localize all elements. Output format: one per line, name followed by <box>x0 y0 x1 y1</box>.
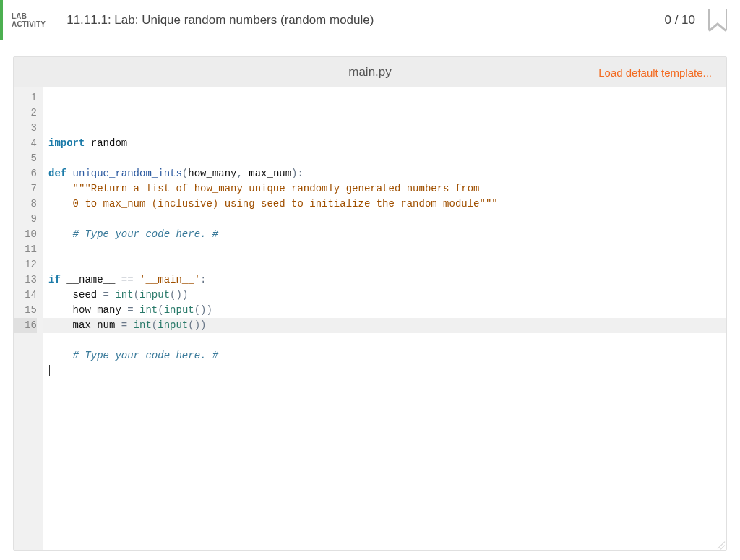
code-line[interactable]: how_many = int(input()) <box>48 303 720 318</box>
line-number: 1 <box>14 90 37 105</box>
line-number: 15 <box>14 303 37 318</box>
score-total: 10 <box>681 13 695 27</box>
lab-activity-badge: LAB ACTIVITY <box>12 12 56 28</box>
code-line[interactable] <box>48 363 720 379</box>
code-line[interactable]: if __name__ == '__main__': <box>48 272 720 288</box>
code-line[interactable]: """Return a list of how_many unique rand… <box>48 181 720 197</box>
editor-frame: main.py Load default template... 1234567… <box>13 56 727 551</box>
line-number: 6 <box>14 166 37 181</box>
line-number: 12 <box>14 257 37 272</box>
code-line[interactable]: def unique_random_ints(how_many, max_num… <box>48 166 720 181</box>
code-line[interactable]: # Type your code here. # <box>48 348 720 363</box>
activity-header: LAB ACTIVITY 11.11.1: Lab: Unique random… <box>0 0 740 40</box>
line-number: 11 <box>14 242 37 257</box>
line-number: 8 <box>14 197 37 212</box>
line-number: 14 <box>14 288 37 303</box>
line-number: 16 <box>14 318 37 333</box>
code-line[interactable] <box>48 212 720 227</box>
editor-container: main.py Load default template... 1234567… <box>0 40 740 559</box>
line-number: 7 <box>14 181 37 197</box>
score-earned: 0 <box>664 13 671 27</box>
code-line[interactable]: 0 to max_num (inclusive) using seed to i… <box>48 197 720 212</box>
score-display: 0 / 10 <box>664 13 695 27</box>
text-cursor <box>49 365 50 376</box>
activity-title: 11.11.1: Lab: Unique random numbers (ran… <box>66 13 664 27</box>
line-number: 9 <box>14 212 37 227</box>
line-number: 3 <box>14 121 37 136</box>
code-line[interactable] <box>48 242 720 257</box>
code-line[interactable]: import random <box>48 136 720 151</box>
score-sep: / <box>671 13 681 27</box>
line-number: 5 <box>14 151 37 166</box>
line-number-gutter: 12345678910111213141516 <box>14 87 43 550</box>
code-line[interactable]: max_num = int(input()) <box>48 318 720 333</box>
code-line[interactable] <box>48 333 720 348</box>
code-line[interactable]: # Type your code here. # <box>48 227 720 242</box>
badge-line2: ACTIVITY <box>12 20 46 28</box>
filename-label: main.py <box>348 65 392 79</box>
resize-handle-icon[interactable] <box>716 540 725 548</box>
editor-header: main.py Load default template... <box>14 57 726 87</box>
line-number: 13 <box>14 272 37 288</box>
line-number: 10 <box>14 227 37 242</box>
bookmark-icon[interactable] <box>708 9 727 32</box>
code-body[interactable]: import randomdef unique_random_ints(how_… <box>43 87 726 550</box>
code-line[interactable] <box>48 257 720 272</box>
code-editor[interactable]: 12345678910111213141516 import randomdef… <box>14 87 726 550</box>
code-line[interactable] <box>48 151 720 166</box>
line-number: 4 <box>14 136 37 151</box>
line-number: 2 <box>14 105 37 121</box>
load-default-template-link[interactable]: Load default template... <box>598 66 712 78</box>
badge-line1: LAB <box>12 12 46 20</box>
code-line[interactable]: seed = int(input()) <box>48 288 720 303</box>
